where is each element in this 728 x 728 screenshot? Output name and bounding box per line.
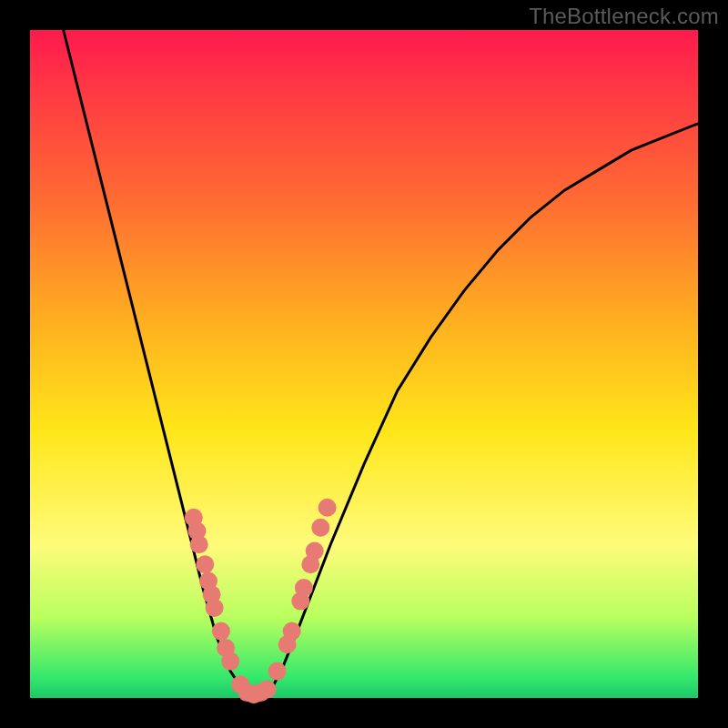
data-marker	[258, 681, 277, 699]
data-marker	[190, 535, 208, 553]
curve-line	[64, 30, 698, 698]
data-marker	[283, 622, 301, 641]
data-marker	[268, 662, 287, 681]
data-marker	[318, 499, 337, 517]
chart-svg	[0, 0, 728, 728]
bottleneck-curve	[64, 30, 698, 698]
data-marker	[311, 519, 329, 537]
data-marker	[196, 555, 214, 573]
data-marker	[212, 622, 230, 641]
data-marker	[206, 599, 224, 617]
data-marker	[221, 652, 239, 671]
data-markers	[185, 499, 337, 704]
data-marker	[306, 542, 324, 561]
data-marker	[295, 579, 313, 597]
chart-frame: TheBottleneck.com	[0, 0, 728, 728]
